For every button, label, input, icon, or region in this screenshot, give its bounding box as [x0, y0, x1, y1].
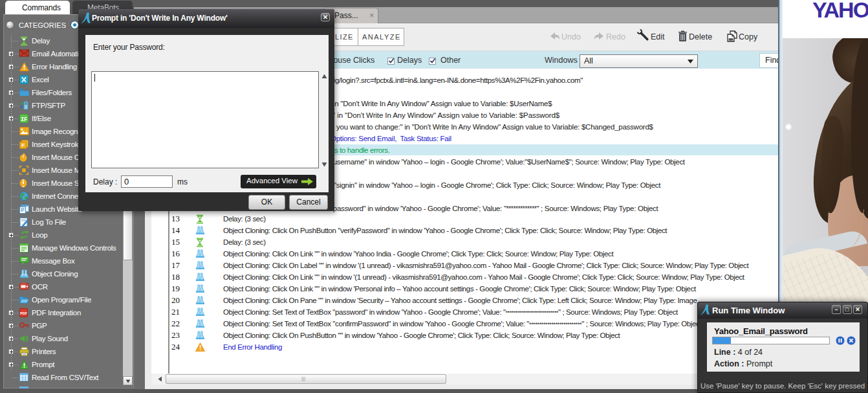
svg-text:IF: IF	[21, 117, 27, 123]
svg-text:F: F	[21, 142, 25, 148]
svg-text:PDF: PDF	[20, 311, 28, 315]
